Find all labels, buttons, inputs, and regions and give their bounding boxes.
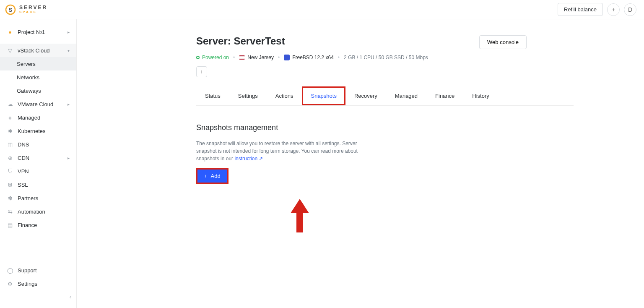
project-icon: ●	[7, 29, 13, 35]
add-button-highlight: + Add	[196, 168, 229, 184]
sidebar-item-gateways[interactable]: Gateways	[0, 84, 76, 97]
chevron-right-icon: ▸	[68, 30, 70, 34]
dns-icon: ◫	[7, 141, 13, 148]
chevron-down-icon: ▾	[68, 48, 70, 53]
plus-icon: +	[612, 6, 615, 13]
server-location: New Jersey	[239, 55, 274, 60]
refill-balance-button[interactable]: Refill balance	[558, 3, 603, 16]
vstack-label: vStack Cloud	[18, 47, 50, 54]
sidebar-item-kubernetes[interactable]: ✱ Kubernetes	[0, 124, 76, 138]
server-tabs: Status Settings Actions Snapshots Recove…	[196, 86, 574, 106]
add-snapshot-button[interactable]: + Add	[197, 170, 227, 183]
tab-status[interactable]: Status	[196, 86, 229, 105]
logo-text-top: SERVER	[19, 5, 47, 10]
sidebar-item-vpn[interactable]: ⛉ VPN	[0, 164, 76, 178]
ssl-icon: ⛨	[7, 182, 13, 188]
chevron-left-icon: ‹	[70, 294, 71, 300]
instruction-link[interactable]: instruction ↗	[234, 156, 263, 162]
partners-icon: ✽	[7, 195, 13, 201]
snapshots-description: The snapshot will allow you to restore t…	[196, 140, 367, 162]
project-selector[interactable]: ● Project №1 ▸	[0, 23, 76, 40]
collapse-sidebar-button[interactable]: ‹	[0, 290, 76, 303]
kubernetes-icon: ✱	[7, 128, 13, 134]
main-content: Server: ServerTest Web console Powered o…	[77, 19, 644, 308]
add-tag-button[interactable]: +	[196, 66, 207, 77]
plus-icon: +	[200, 68, 203, 75]
sidebar-item-finance[interactable]: ▤ Finance	[0, 218, 76, 232]
flag-us-icon	[239, 55, 245, 60]
automation-icon: ⇆	[7, 209, 13, 215]
svg-marker-2	[291, 199, 309, 232]
sidebar-item-networks[interactable]: Networks	[0, 70, 76, 84]
tab-recovery[interactable]: Recovery	[345, 86, 386, 105]
sidebar-item-dns[interactable]: ◫ DNS	[0, 138, 76, 151]
managed-icon: ⎈	[7, 115, 13, 121]
project-label: Project №1	[18, 29, 45, 35]
sidebar-item-ssl[interactable]: ⛨ SSL	[0, 178, 76, 191]
topbar: S SERVER SPACE Refill balance + D	[0, 0, 644, 19]
sidebar-item-settings[interactable]: ⚙ Settings	[0, 277, 76, 290]
server-specs: 2 GB / 1 CPU / 50 GB SSD / 50 Mbps	[344, 55, 428, 60]
cloud-icon: ☁	[7, 101, 13, 107]
sidebar-item-managed[interactable]: ⎈ Managed	[0, 111, 76, 124]
sidebar-item-support[interactable]: ◯ Support	[0, 264, 76, 277]
tab-finance[interactable]: Finance	[426, 86, 463, 105]
os-icon	[284, 55, 290, 60]
sidebar-item-cdn[interactable]: ⊕ CDN ▸	[0, 151, 76, 164]
sidebar: ● Project №1 ▸ ▽ vStack Cloud ▾ Servers …	[0, 19, 77, 308]
chevron-icon: ▸	[68, 102, 70, 107]
sidebar-item-partners[interactable]: ✽ Partners	[0, 191, 76, 205]
tab-actions[interactable]: Actions	[267, 86, 302, 105]
logo[interactable]: S SERVER SPACE	[5, 4, 47, 15]
plus-icon: +	[204, 173, 208, 179]
logo-text-bottom: SPACE	[19, 10, 47, 14]
web-console-button[interactable]: Web console	[479, 35, 527, 49]
page-title: Server: ServerTest	[196, 35, 285, 47]
vpn-icon: ⛉	[7, 168, 13, 175]
server-os: FreeBSD 12.2 x64	[284, 55, 334, 60]
annotation-arrow-icon	[291, 199, 309, 234]
add-button[interactable]: +	[607, 3, 620, 16]
support-icon: ◯	[7, 267, 13, 274]
power-status: Powered on	[196, 55, 229, 60]
sidebar-item-automation[interactable]: ⇆ Automation	[0, 205, 76, 218]
avatar[interactable]: D	[624, 3, 636, 16]
tab-settings[interactable]: Settings	[229, 86, 267, 105]
sidebar-section-vstack[interactable]: ▽ vStack Cloud ▾	[0, 44, 76, 57]
tab-managed[interactable]: Managed	[386, 86, 426, 105]
tab-history[interactable]: History	[463, 86, 498, 105]
vstack-icon: ▽	[7, 47, 13, 54]
sidebar-item-vmware[interactable]: ☁ VMware Cloud ▸	[0, 97, 76, 111]
svg-text:S: S	[9, 7, 13, 13]
tab-snapshots[interactable]: Snapshots	[302, 86, 345, 105]
finance-icon: ▤	[7, 222, 13, 228]
gear-icon: ⚙	[7, 281, 13, 287]
logo-icon: S	[5, 4, 16, 15]
cdn-icon: ⊕	[7, 155, 13, 161]
sidebar-item-servers[interactable]: Servers	[0, 57, 76, 70]
power-icon	[196, 56, 200, 59]
server-meta: Powered on • New Jersey • FreeBSD 12.2 x…	[196, 55, 574, 60]
snapshots-heading: Snapshots management	[196, 123, 574, 132]
chevron-icon: ▸	[68, 156, 70, 160]
